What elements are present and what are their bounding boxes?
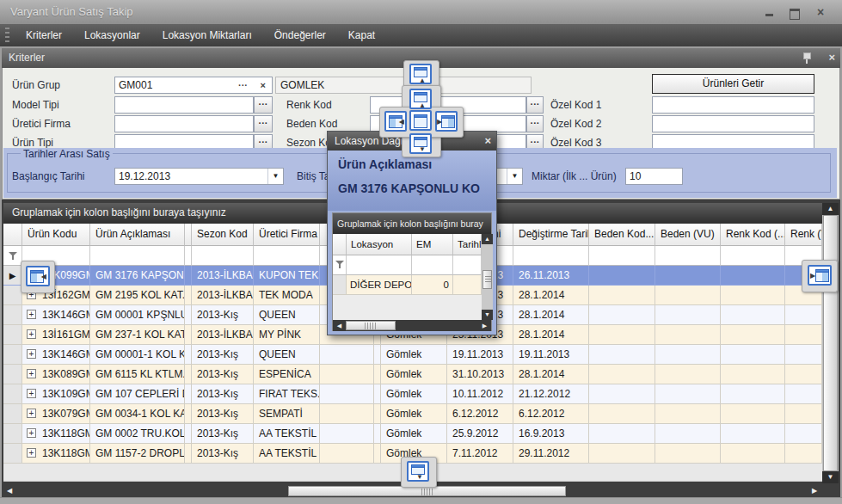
expand-icon[interactable]: +	[27, 369, 36, 378]
column-header-renk-kod[interactable]: Renk Kod (...	[721, 224, 785, 246]
uretici-firma-ellipsis-button[interactable]: ···	[254, 115, 273, 132]
dock-guide-center[interactable]	[409, 110, 432, 131]
arrow-up-icon: ▲	[419, 102, 426, 109]
filter-cell[interactable]	[513, 246, 589, 266]
product-value: GM 3176 KAPŞONLU KO	[338, 181, 493, 195]
scroll-up-icon[interactable]: ▲	[482, 234, 493, 244]
filter-cell[interactable]	[589, 246, 655, 266]
cell-spacer	[185, 424, 192, 444]
table-row[interactable]: +13K146GM... GM 00001-1 KOL K... 2013-Kı…	[3, 345, 822, 365]
cell-sezon-kod: 2013-İLKBA...	[192, 266, 254, 286]
clear-icon[interactable]: ×	[261, 77, 266, 93]
menu-item-lokasyonlar[interactable]: Lokasyonlar	[73, 24, 151, 46]
maximize-button[interactable]	[785, 7, 804, 19]
expand-icon[interactable]: +	[27, 428, 36, 438]
column-header-urun-aciklamasi[interactable]: Ürün Açıklaması	[90, 224, 185, 246]
expand-icon[interactable]: +	[27, 409, 36, 418]
ozel-kod2-field[interactable]	[652, 115, 814, 132]
dock-guide-left[interactable]: ◀	[384, 111, 407, 132]
criteria-close-icon[interactable]: ×	[828, 51, 835, 64]
dropdown-icon[interactable]: ▼	[267, 169, 283, 184]
scroll-right-icon[interactable]: ▶	[479, 320, 490, 331]
vertical-scrollbar[interactable]: ▲ ▼	[822, 203, 839, 483]
dropdown-icon[interactable]: ▼	[507, 169, 522, 184]
criteria-panel-title: Kriterler	[9, 52, 45, 64]
menu-item-ondegerler[interactable]: Öndeğerler	[263, 24, 337, 46]
dialog-cell-tarih[interactable]	[453, 275, 482, 295]
scroll-left-icon[interactable]: ◀	[3, 485, 15, 497]
uretici-firma-field[interactable]	[114, 115, 254, 132]
filter-cell[interactable]	[721, 246, 785, 266]
drag-grip-icon[interactable]	[5, 28, 9, 43]
dock-guide-up[interactable]: ▲	[409, 89, 432, 109]
renk-kod-ellipsis-button[interactable]: ···	[526, 96, 544, 114]
column-header-degistirme-tarihi[interactable]: Değiştirme Tarihi	[513, 224, 589, 246]
expand-icon[interactable]: +	[27, 389, 36, 398]
table-row[interactable]: +13K118GM... GM 0002 TRU.KOL... 2013-Kış…	[3, 424, 822, 444]
dock-guide-left-edge[interactable]: ◀	[26, 266, 50, 286]
vertical-scroll-thumb[interactable]	[823, 215, 838, 471]
dialog-horizontal-scrollbar[interactable]: ◀ ▶	[333, 320, 491, 331]
filter-cell[interactable]	[254, 246, 320, 266]
column-header-beden-vu[interactable]: Beden (VU)	[655, 224, 721, 246]
model-tipi-ellipsis-button[interactable]: ···	[254, 96, 273, 114]
column-header-renk-vu[interactable]: Renk (VU...	[785, 224, 822, 246]
menu-item-kriterler[interactable]: Kriterler	[15, 24, 73, 46]
dock-guide-bottom-edge[interactable]: ▼	[407, 461, 429, 482]
dialog-hscroll-thumb[interactable]	[346, 321, 396, 330]
expand-icon[interactable]: +	[27, 448, 36, 458]
column-spacer	[185, 224, 192, 246]
table-row[interactable]: +13K109GM... GM 107 CEPLERİ D... 2013-Kı…	[3, 384, 822, 404]
close-button[interactable]: ×	[811, 7, 830, 19]
dialog-column-tarih[interactable]: Tarihl...	[453, 234, 482, 255]
menu-item-lokasyon-miktarlari[interactable]: Lokasyon Miktarları	[151, 24, 263, 46]
expand-icon[interactable]: +	[27, 329, 36, 339]
dialog-filter-cell[interactable]	[412, 255, 453, 275]
dialog-column-lokasyon[interactable]: Lokasyon	[347, 234, 412, 255]
scroll-down-icon[interactable]: ▼	[822, 471, 839, 483]
ozel-kod1-field[interactable]	[652, 96, 814, 114]
lokasyon-dagilimlari-dialog[interactable]: Lokasyon Dağılımla × Ürün Açıklaması GM …	[327, 131, 497, 335]
dock-guide-top[interactable]: ▲	[409, 64, 432, 84]
scroll-left-icon[interactable]: ◀	[334, 320, 345, 331]
column-header-uretici-firma[interactable]: Üretici Firma	[254, 224, 320, 246]
filter-cell[interactable]	[90, 246, 185, 266]
lookup-ellipsis-icon[interactable]: ···	[238, 77, 248, 93]
dock-guide-right[interactable]: ▶	[435, 111, 458, 132]
column-header-beden-kod[interactable]: Beden Kod...	[589, 224, 655, 246]
expand-icon[interactable]: +	[27, 310, 36, 319]
dialog-vertical-scrollbar[interactable]: ▲ ▼	[482, 234, 493, 320]
dock-guide-down[interactable]: ▼	[409, 133, 432, 154]
filter-cell[interactable]	[192, 246, 254, 266]
scroll-right-icon[interactable]: ▶	[808, 485, 820, 497]
dialog-cell-lokasyon[interactable]: DİĞER DEPO	[347, 275, 412, 295]
column-header-sezon-kod[interactable]: Sezon Kod	[192, 224, 254, 246]
dialog-filter-cell[interactable]	[453, 255, 482, 275]
row-indicator	[3, 444, 22, 464]
model-tipi-field[interactable]	[114, 96, 254, 114]
table-row[interactable]: +13K079GM... GM 0034-1 KOL KA... 2013-Kı…	[3, 404, 822, 424]
start-date-combo[interactable]: 19.12.2013 ▼	[114, 168, 284, 185]
fetch-products-button[interactable]: Ürünleri Getir	[652, 74, 814, 94]
scroll-down-icon[interactable]: ▼	[482, 310, 493, 320]
cell-empty	[655, 305, 721, 325]
menu-item-kapat[interactable]: Kapat	[337, 24, 386, 46]
dialog-cell-em[interactable]: 0	[412, 275, 453, 295]
dialog-filter-cell[interactable]	[333, 255, 347, 275]
dock-guide-right-edge[interactable]: ▶	[808, 265, 832, 286]
filter-cell[interactable]	[3, 246, 22, 266]
dialog-close-icon[interactable]: ×	[484, 134, 491, 147]
dialog-filter-cell[interactable]	[347, 255, 412, 275]
quantity-field[interactable]: 10	[625, 168, 683, 185]
dialog-column-em[interactable]: EM	[412, 234, 453, 255]
pin-icon[interactable]	[802, 52, 811, 64]
expand-icon[interactable]: +	[27, 349, 36, 359]
column-header-urun-kodu[interactable]: Ürün Kodu	[22, 224, 90, 246]
table-row[interactable]: +13K089GM... GM 6115 KL KTLM... 2013-Kış…	[3, 365, 822, 384]
beden-kod-ellipsis-button[interactable]: ···	[526, 115, 544, 132]
filter-cell[interactable]	[655, 246, 721, 266]
scroll-up-icon[interactable]: ▲	[822, 203, 839, 215]
minimize-button[interactable]	[759, 7, 778, 19]
urun-grup-field[interactable]: GM001 ··· ×	[114, 77, 273, 94]
dialog-vscroll-thumb[interactable]	[482, 270, 492, 289]
